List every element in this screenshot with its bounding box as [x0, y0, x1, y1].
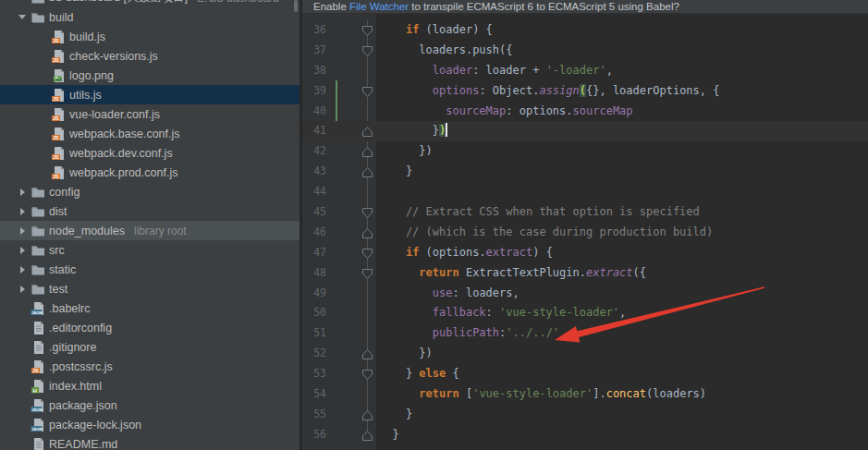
code-line-47[interactable]: 47 if (options.extract) {: [302, 243, 868, 263]
code-line-56[interactable]: 56 }: [302, 425, 868, 445]
code-line-39[interactable]: 39 options: Object.assign({}, loaderOpti…: [302, 81, 868, 102]
code-line-49[interactable]: 49 use: loaders,: [302, 284, 868, 304]
tree-item-webpack.prod.conf.js[interactable]: JSwebpack.prod.conf.js: [0, 163, 300, 182]
fold-collapse-icon[interactable]: [361, 85, 373, 97]
code-line-50[interactable]: 50 fallback: 'vue-style-loader',: [302, 303, 868, 323]
line-number[interactable]: 47: [302, 243, 326, 263]
tree-item-build.js[interactable]: JSbuild.js: [0, 27, 300, 46]
tree-item-index.html[interactable]: Hindex.html: [0, 376, 300, 395]
code-line-54[interactable]: 54 return ['vue-style-loader'].concat(lo…: [302, 384, 868, 405]
chevron-down-icon[interactable]: [15, 10, 30, 25]
tree-item-package.json[interactable]: JSONpackage.json: [0, 395, 300, 415]
chevron-right-icon[interactable]: [15, 243, 30, 258]
tree-item-readme.md[interactable]: README.md: [0, 434, 300, 450]
code-line-36[interactable]: 36 if (loader) {: [302, 20, 868, 41]
code-line-52[interactable]: 52 }): [302, 344, 868, 364]
code-line-45[interactable]: 45 // Extract CSS when that option is sp…: [302, 202, 868, 223]
line-number[interactable]: 55: [302, 405, 326, 425]
code-line-42[interactable]: 42 }): [302, 141, 868, 162]
line-number[interactable]: 40: [302, 102, 326, 122]
tree-item-.babelrc[interactable]: JSON.babelrc: [0, 298, 300, 318]
line-number[interactable]: 53: [302, 364, 326, 384]
line-number[interactable]: 43: [302, 162, 326, 182]
fold-end-icon[interactable]: [361, 226, 373, 238]
tree-item-node_modules[interactable]: node_moduleslibrary root: [0, 221, 300, 240]
tree-item-src[interactable]: src: [0, 240, 300, 260]
line-number[interactable]: 37: [302, 41, 326, 61]
tree-item-logo.png[interactable]: logo.png: [0, 66, 300, 85]
line-number[interactable]: 46: [302, 223, 326, 243]
line-number[interactable]: 50: [302, 303, 326, 323]
line-number[interactable]: 51: [302, 323, 326, 344]
code-line-53[interactable]: 53 } else {: [302, 364, 868, 384]
file-watcher-link[interactable]: File Watcher: [349, 1, 409, 12]
tree-item-bd-dashboard-[interactable]: bd-dashboard [大数据项目]E:\bd-dashboard: [0, 0, 300, 7]
line-number[interactable]: 54: [302, 384, 326, 405]
fold-collapse-icon[interactable]: [361, 24, 373, 36]
tree-item-label: .editorconfig: [49, 322, 116, 334]
tree-item-vue-loader.conf.js[interactable]: JSvue-loader.conf.js: [0, 104, 300, 124]
code-line-51[interactable]: 51 publicPath:'../../': [302, 323, 868, 344]
tree-item-dist[interactable]: dist: [0, 201, 300, 221]
fold-collapse-icon[interactable]: [361, 44, 373, 56]
line-number[interactable]: 42: [302, 141, 326, 162]
fold-end-icon[interactable]: [361, 145, 373, 157]
line-number[interactable]: 48: [302, 263, 326, 284]
fold-end-icon[interactable]: [361, 165, 373, 177]
fold-end-icon[interactable]: [361, 125, 373, 137]
line-number[interactable]: 44: [302, 182, 326, 202]
fold-end-icon[interactable]: [361, 408, 373, 420]
tree-item-.gitignore[interactable]: .gitignore: [0, 337, 300, 357]
line-number[interactable]: 39: [302, 81, 326, 102]
js-file-icon: JS: [50, 127, 66, 141]
chevron-right-icon[interactable]: [15, 262, 30, 277]
notification-banner: Enable File Watcher to transpile ECMAScr…: [302, 0, 868, 14]
tree-item-webpack.dev.conf.js[interactable]: JSwebpack.dev.conf.js: [0, 143, 300, 163]
json-file-icon: JSON: [30, 418, 45, 432]
fold-collapse-icon[interactable]: [361, 368, 373, 380]
line-number[interactable]: 56: [302, 425, 326, 445]
chevron-right-icon[interactable]: [15, 282, 30, 297]
code-line-38[interactable]: 38 loader: loader + '-loader',: [302, 61, 868, 81]
tree-item-check-versions.js[interactable]: JScheck-versions.js: [0, 46, 300, 66]
tree-item-config[interactable]: config: [0, 182, 300, 201]
arrow-spacer: [15, 379, 30, 394]
code-line-48[interactable]: 48 return ExtractTextPlugin.extract({: [302, 263, 868, 284]
fold-collapse-icon[interactable]: [361, 206, 373, 218]
line-number[interactable]: 36: [302, 20, 326, 41]
js-file-icon: JS: [50, 88, 66, 103]
js-file-icon: JS: [50, 30, 66, 44]
tree-item-static[interactable]: static: [0, 260, 300, 279]
line-number[interactable]: 49: [302, 284, 326, 304]
code-area[interactable]: 36 if (loader) {37 loaders.push({38 load…: [302, 14, 868, 445]
fold-collapse-icon[interactable]: [361, 247, 373, 259]
code-line-43[interactable]: 43 }: [302, 162, 868, 182]
tree-item-webpack.base.conf.js[interactable]: JSwebpack.base.conf.js: [0, 124, 300, 143]
tree-item-test[interactable]: test: [0, 279, 300, 298]
tree-item-label: config: [49, 186, 83, 199]
code-line-46[interactable]: 46 // (which is the case during producti…: [302, 223, 868, 243]
code-line-44[interactable]: 44: [302, 182, 868, 202]
line-number[interactable]: 52: [302, 344, 326, 364]
tree-item-utils.js[interactable]: JSutils.js: [0, 85, 300, 104]
tree-item-.editorconfig[interactable]: .editorconfig: [0, 318, 300, 337]
code-line-40[interactable]: 40 sourceMap: options.sourceMap: [302, 102, 868, 122]
fold-end-icon[interactable]: [361, 347, 373, 359]
chevron-right-icon[interactable]: [15, 185, 30, 200]
line-number[interactable]: 41: [302, 121, 326, 141]
line-number[interactable]: 38: [302, 61, 326, 81]
code-line-41[interactable]: 41 }): [302, 121, 868, 141]
code-line-37[interactable]: 37 loaders.push({: [302, 41, 868, 61]
chevron-right-icon[interactable]: [15, 224, 30, 238]
code-line-55[interactable]: 55 }: [302, 405, 868, 425]
tree-item-label: package-lock.json: [49, 419, 145, 432]
project-scrollbar-thumb[interactable]: [294, 0, 298, 12]
chevron-down-icon[interactable]: [15, 0, 30, 6]
tree-item-.postcssrc.js[interactable]: JS.postcssrc.js: [0, 357, 300, 376]
tree-item-build[interactable]: build: [0, 7, 300, 27]
line-number[interactable]: 45: [302, 202, 326, 223]
chevron-right-icon[interactable]: [15, 204, 30, 219]
tree-item-package-lock.json[interactable]: JSONpackage-lock.json: [0, 415, 300, 434]
fold-end-icon[interactable]: [361, 429, 373, 441]
fold-collapse-icon[interactable]: [361, 267, 373, 279]
